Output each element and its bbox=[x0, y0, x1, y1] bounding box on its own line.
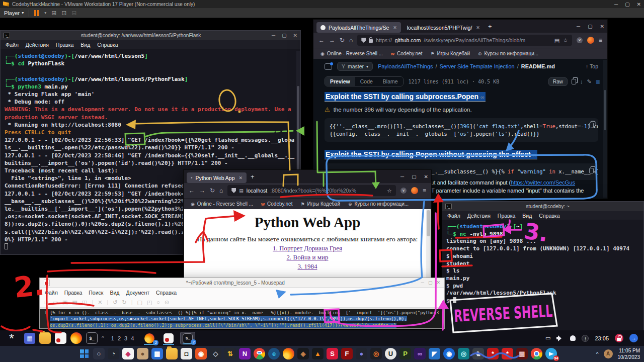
profile-avatar-icon[interactable]: A bbox=[604, 349, 613, 358]
forward-icon[interactable]: → bbox=[329, 37, 335, 44]
vmware-close-button[interactable]: ✕ bbox=[637, 2, 641, 7]
firefox-launcher-icon[interactable] bbox=[70, 332, 82, 344]
onenote-icon[interactable]: N bbox=[239, 348, 251, 359]
ubuntu-icon[interactable]: ◉ bbox=[195, 348, 207, 359]
close-button[interactable]: ✕ bbox=[424, 174, 428, 179]
menu-view[interactable]: Вид bbox=[80, 42, 90, 48]
vmware-minimize-button[interactable]: ─ bbox=[614, 2, 618, 7]
menu-edit[interactable]: Правка bbox=[56, 42, 73, 48]
suspend-button[interactable] bbox=[34, 10, 39, 16]
minimize-button[interactable]: ─ bbox=[400, 174, 404, 179]
power-manager-icon[interactable]: ! bbox=[582, 335, 589, 342]
github-scrollbar[interactable] bbox=[603, 60, 607, 198]
shield-icon[interactable] bbox=[231, 188, 236, 193]
boxed-app-icon[interactable]: ◘ bbox=[181, 348, 192, 359]
book-link-1[interactable]: 1. Портрет Дориана Грея bbox=[184, 244, 431, 252]
menu-file[interactable]: Файл bbox=[45, 290, 58, 296]
slack-icon[interactable]: ◆ bbox=[122, 348, 134, 359]
chrome-icon[interactable] bbox=[254, 348, 265, 359]
menu-actions[interactable]: Действия bbox=[467, 213, 491, 219]
text-editor-icon[interactable] bbox=[55, 332, 66, 344]
replace-icon[interactable]: ⊙ bbox=[165, 299, 169, 306]
bookmark-codeby[interactable]: wCodeby.net bbox=[261, 201, 292, 207]
taskbar-window-terminal[interactable]: $_ 2 bbox=[180, 332, 195, 344]
cut-icon[interactable]: ▢ bbox=[137, 299, 142, 306]
reader-mode-icon[interactable]: ▤ bbox=[554, 37, 559, 44]
suspend-dropdown[interactable]: ▾ bbox=[44, 11, 46, 15]
visual-studio-icon[interactable]: ∞ bbox=[414, 348, 426, 359]
fullscreen-icon[interactable]: ⊡ bbox=[61, 10, 66, 17]
ctrl-alt-del-icon[interactable]: ⊞ bbox=[51, 10, 56, 17]
maximize-button[interactable]: ▢ bbox=[588, 24, 592, 29]
back-icon[interactable]: ← bbox=[318, 37, 325, 44]
menu-document[interactable]: Документ bbox=[126, 290, 149, 296]
download-icon[interactable]: ↓ bbox=[580, 78, 583, 84]
new-tab-button[interactable]: + bbox=[251, 173, 255, 180]
terminal-window-netcat[interactable]: ›_ student@codeby: ~ Файл Действия Правк… bbox=[442, 201, 644, 332]
minimize-button[interactable]: ─ bbox=[421, 280, 424, 285]
reload-icon[interactable]: ↻ bbox=[340, 37, 345, 44]
github-urlbar[interactable]: https://github.com/swisskyrepo/PayloadsA… bbox=[357, 35, 572, 46]
menu-search[interactable]: Поиск bbox=[89, 290, 103, 296]
menu-help[interactable]: Справка bbox=[156, 290, 177, 296]
close-button[interactable]: ✕ bbox=[436, 280, 440, 285]
bookmark-codeby[interactable]: wCodeby.net bbox=[391, 51, 422, 56]
menu-icon[interactable]: ≡ bbox=[599, 37, 602, 44]
orb-app-icon[interactable]: ● bbox=[356, 348, 367, 359]
fing-icon[interactable]: ⇅ bbox=[224, 348, 236, 359]
mousepad-titlebar[interactable]: *~/Рабочий стол/tmp_lesson_5 - Mousepad … bbox=[40, 278, 444, 288]
sidebar-toggle-icon[interactable] bbox=[325, 63, 332, 70]
close-doc-icon[interactable]: ✕ bbox=[98, 299, 102, 306]
notifications-bell-icon[interactable] bbox=[570, 335, 576, 341]
firefox-icon[interactable] bbox=[283, 348, 294, 359]
twitter-link[interactable]: https://twitter.com/SecGus bbox=[511, 179, 575, 186]
home-icon[interactable]: ⌂ bbox=[219, 187, 223, 194]
undo-icon[interactable]: ↺ bbox=[113, 299, 117, 306]
tab-close-icon[interactable]: ✕ bbox=[476, 25, 480, 30]
account-avatar-icon[interactable] bbox=[411, 187, 418, 194]
menu-file[interactable]: Файл bbox=[447, 213, 460, 219]
back-icon[interactable]: ← bbox=[189, 187, 195, 194]
branch-selector[interactable]: Ymaster▾ bbox=[337, 62, 373, 71]
f1-icon[interactable]: F bbox=[341, 348, 353, 359]
search-icon[interactable]: ○ bbox=[93, 348, 105, 359]
reload-icon[interactable]: ↻ bbox=[210, 187, 215, 194]
forward-icon[interactable]: → bbox=[199, 187, 205, 194]
copy-code-icon[interactable] bbox=[589, 123, 594, 128]
redo-icon[interactable]: ↻ bbox=[122, 299, 126, 306]
minimize-button[interactable]: ─ bbox=[577, 24, 580, 29]
tab-close-icon[interactable]: ✕ bbox=[393, 25, 397, 30]
chevron-up-icon[interactable]: ^ bbox=[102, 335, 104, 341]
maximize-button[interactable]: ▢ bbox=[282, 33, 286, 38]
anchor-link-icon[interactable]: ∞ bbox=[480, 94, 485, 100]
red-gear-icon[interactable]: * bbox=[487, 348, 499, 359]
outline-icon[interactable]: ≣ bbox=[596, 78, 600, 85]
chrome-profile-icon[interactable] bbox=[531, 348, 542, 359]
file-manager-icon[interactable] bbox=[39, 332, 51, 344]
terminal2-titlebar[interactable]: ›_ student@codeby: ~ bbox=[442, 202, 643, 211]
raw-button[interactable]: Raw bbox=[548, 77, 568, 86]
menu-help[interactable]: Справка bbox=[539, 213, 559, 219]
telegram-icon[interactable]: 94 bbox=[545, 348, 557, 359]
red-gear2-icon[interactable]: * bbox=[502, 348, 513, 359]
shazam-icon[interactable]: S bbox=[327, 348, 338, 359]
menu-file[interactable]: Файл bbox=[6, 42, 19, 48]
tab-python-web-app[interactable]: • Python Web App✕ bbox=[187, 172, 247, 183]
tab-localhost-phptwig[interactable]: localhost/lesson5/PHPTwig/✕ bbox=[403, 22, 484, 33]
player-menu[interactable]: Player▾ bbox=[4, 10, 24, 16]
blender-icon[interactable]: ◎ bbox=[370, 348, 382, 359]
vmware-app-icon[interactable]: ◇ bbox=[210, 348, 221, 359]
close-button[interactable]: ✕ bbox=[293, 33, 297, 38]
save-icon[interactable]: ▣ bbox=[62, 299, 67, 306]
explorer-folder-icon[interactable] bbox=[166, 348, 178, 359]
menu-view[interactable]: Вид bbox=[522, 213, 532, 219]
codeby-logo-icon[interactable]: * bbox=[3, 332, 20, 345]
resolve-icon[interactable]: ◈ bbox=[297, 348, 309, 359]
open-file-icon[interactable]: ▭ bbox=[53, 299, 58, 306]
taskbar-window-mousepad[interactable] bbox=[161, 332, 176, 344]
bookmark-reverse-shell[interactable]: ◉Online - Reverse Shell ... bbox=[320, 51, 383, 56]
minimize-button[interactable]: ─ bbox=[272, 33, 275, 38]
pycharm-icon[interactable]: P bbox=[399, 348, 411, 359]
speedtest-icon[interactable]: ◔ bbox=[108, 348, 119, 359]
workspace-switcher[interactable]: 1 2 3 4 bbox=[111, 335, 135, 341]
